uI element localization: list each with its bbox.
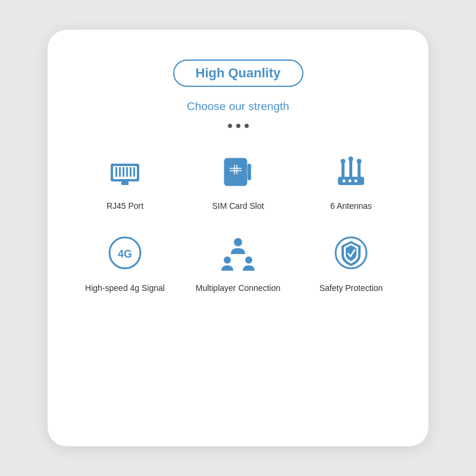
main-card: High Quanlity Choose our strength — [48, 30, 428, 446]
svg-point-25 — [355, 180, 358, 183]
svg-point-30 — [245, 256, 252, 264]
svg-rect-10 — [230, 165, 242, 174]
svg-rect-2 — [115, 167, 117, 177]
safety-protection-icon-wrap — [330, 231, 372, 274]
feature-4g-signal: 4G High-speed 4g Signal — [71, 231, 178, 295]
svg-text:4G: 4G — [118, 248, 132, 260]
subtitle: Choose our strength — [187, 100, 289, 113]
svg-point-23 — [343, 180, 346, 183]
4g-signal-icon: 4G — [106, 234, 144, 272]
features-grid: RJ45 Port SIM Card Slot — [71, 149, 405, 294]
quality-badge: High Quanlity — [173, 60, 303, 87]
svg-rect-6 — [130, 167, 131, 177]
6-antennas-icon-wrap — [330, 149, 372, 192]
svg-rect-15 — [248, 164, 251, 180]
svg-rect-8 — [121, 181, 129, 185]
feature-safety-protection: Safety Protection — [298, 231, 405, 295]
feature-rj45-port: RJ45 Port — [71, 149, 178, 212]
svg-rect-19 — [358, 162, 361, 178]
svg-point-29 — [224, 256, 231, 264]
6-antennas-icon — [332, 152, 370, 190]
multiplayer-connection-icon — [219, 234, 257, 272]
6-antennas-label: 6 Antennas — [330, 201, 372, 212]
feature-6-antennas: 6 Antennas — [298, 149, 405, 212]
svg-point-22 — [357, 159, 362, 164]
feature-sim-card-slot: SIM Card Slot — [184, 149, 292, 212]
svg-point-21 — [349, 156, 353, 161]
dots-decoration — [228, 124, 249, 128]
svg-rect-7 — [133, 167, 135, 177]
svg-point-24 — [349, 180, 352, 183]
rj45-port-icon — [106, 152, 144, 190]
svg-point-28 — [234, 238, 242, 246]
sim-card-slot-icon-wrap — [217, 149, 259, 192]
svg-rect-3 — [119, 167, 121, 177]
dot-2 — [236, 124, 240, 128]
rj45-port-icon-wrap — [104, 149, 146, 192]
4g-signal-label: High-speed 4g Signal — [85, 283, 165, 295]
svg-point-20 — [341, 159, 346, 164]
safety-protection-icon — [332, 234, 370, 272]
svg-rect-5 — [126, 167, 128, 177]
safety-protection-label: Safety Protection — [320, 283, 383, 295]
dot-3 — [245, 124, 249, 128]
feature-multiplayer-connection: Multiplayer Connection — [184, 231, 292, 295]
rj45-port-label: RJ45 Port — [107, 201, 143, 212]
4g-signal-icon-wrap: 4G — [104, 231, 146, 274]
svg-rect-4 — [123, 167, 124, 177]
svg-rect-18 — [349, 160, 352, 178]
multiplayer-connection-label: Multiplayer Connection — [196, 283, 280, 295]
sim-card-slot-icon — [219, 152, 257, 190]
multiplayer-connection-icon-wrap — [217, 231, 259, 274]
dot-1 — [228, 124, 232, 128]
svg-rect-17 — [342, 162, 345, 178]
sim-card-slot-label: SIM Card Slot — [212, 201, 264, 212]
